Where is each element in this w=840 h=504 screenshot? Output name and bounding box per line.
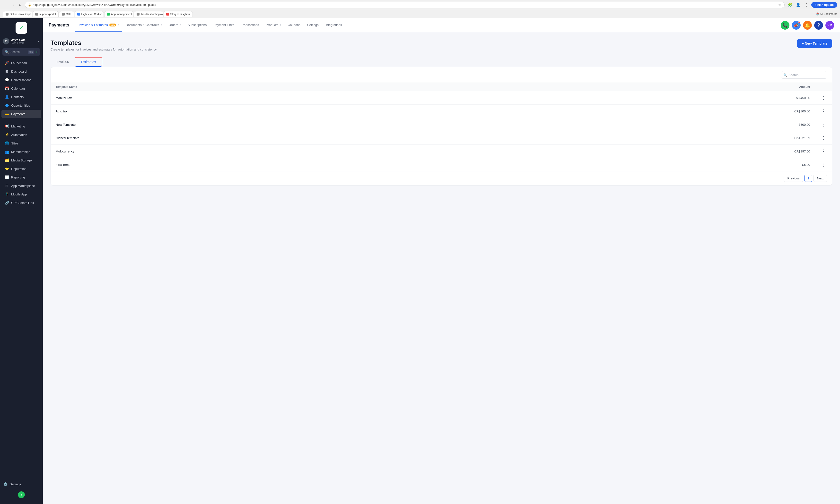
reporting-icon: 📊 bbox=[5, 175, 9, 179]
tab-integrations[interactable]: Integrations bbox=[322, 19, 345, 32]
browser-tab-0[interactable]: Online JavaScript... bbox=[3, 11, 32, 17]
header-nav-tabs: Invoices & Estimates New ▾ Documents & C… bbox=[75, 19, 345, 32]
search-wrap: 🔍 bbox=[781, 71, 827, 79]
sidebar-item-mobile-app[interactable]: 📱 Mobile App bbox=[1, 190, 41, 198]
browser-tab-6[interactable]: Storybook -ghl-ui bbox=[164, 11, 193, 17]
col-header-amount: Amount bbox=[484, 83, 815, 91]
next-button[interactable]: Next bbox=[813, 175, 827, 182]
account-avatar: JC bbox=[3, 38, 9, 44]
browser-tab-4[interactable]: App management... bbox=[104, 11, 134, 17]
sidebar-item-calendars[interactable]: 📅 Calendars bbox=[1, 84, 41, 92]
sidebar-item-memberships-label: Memberships bbox=[11, 150, 30, 154]
tab-products[interactable]: Products ▾ bbox=[262, 19, 284, 32]
extensions-icon[interactable]: 🧩 bbox=[787, 1, 793, 8]
tab-label-3: HighLevel Certific... bbox=[82, 13, 104, 16]
row-kebab-button-5[interactable]: ⋮ bbox=[820, 161, 827, 168]
sidebar-search[interactable]: 🔍 Search ⌘K + bbox=[2, 48, 40, 56]
more-icon[interactable]: ⋮ bbox=[803, 1, 810, 8]
sidebar-item-opportunities[interactable]: 🔷 Opportunities bbox=[1, 101, 41, 109]
row-kebab-button-0[interactable]: ⋮ bbox=[820, 95, 827, 101]
row-actions-5: ⋮ bbox=[815, 158, 832, 172]
search-input[interactable] bbox=[781, 71, 827, 79]
row-kebab-button-2[interactable]: ⋮ bbox=[820, 121, 827, 128]
tab-coupons[interactable]: Coupons bbox=[285, 19, 304, 32]
sidebar-item-app-marketplace[interactable]: ⊞ App Marketplace bbox=[1, 182, 41, 190]
browser-bar: ← → ↻ 🔒 https://app.gohighlevel.com/v2/l… bbox=[0, 0, 840, 10]
sidebar-item-reporting[interactable]: 📊 Reporting bbox=[1, 173, 41, 181]
page-1-button[interactable]: 1 bbox=[804, 175, 812, 182]
browser-tab-2[interactable]: GHL bbox=[59, 11, 74, 17]
sidebar-item-reporting-label: Reporting bbox=[11, 176, 25, 179]
user-avatar[interactable]: VM bbox=[825, 21, 834, 30]
sidebar-item-mobile-app-label: Mobile App bbox=[11, 193, 27, 196]
account-chevron-icon: ▼ bbox=[37, 40, 40, 43]
sidebar-item-payments[interactable]: 💳 Payments bbox=[1, 110, 41, 118]
tab-settings[interactable]: Settings bbox=[304, 19, 322, 32]
template-tab-estimates[interactable]: Estimates bbox=[75, 57, 102, 67]
sidebar-item-contacts[interactable]: 👤 Contacts bbox=[1, 93, 41, 101]
tab-orders-chevron-icon: ▾ bbox=[179, 23, 181, 26]
tab-orders[interactable]: Orders ▾ bbox=[165, 19, 185, 32]
row-kebab-button-1[interactable]: ⋮ bbox=[820, 108, 827, 114]
row-kebab-button-3[interactable]: ⋮ bbox=[820, 135, 827, 141]
sidebar-item-marketing-label: Marketing bbox=[11, 125, 25, 128]
tab-subscriptions[interactable]: Subscriptions bbox=[184, 19, 210, 32]
sidebar-item-media-storage[interactable]: 🗂️ Media Storage bbox=[1, 156, 41, 164]
conversations-icon: 💬 bbox=[5, 78, 9, 82]
row-actions-2: ⋮ bbox=[815, 118, 832, 131]
url-bar[interactable]: 🔒 https://app.gohighlevel.com/v2/locatio… bbox=[25, 2, 785, 8]
memberships-icon: 👥 bbox=[5, 150, 9, 154]
reload-button[interactable]: ↻ bbox=[17, 2, 23, 7]
browser-tab-5[interactable]: Troubleshooting —... bbox=[134, 11, 163, 17]
sidebar-item-dashboard[interactable]: ⊞ Dashboard bbox=[1, 67, 41, 75]
sidebar-item-memberships[interactable]: 👥 Memberships bbox=[1, 148, 41, 156]
sidebar-item-automation[interactable]: ⚡ Automation bbox=[1, 131, 41, 139]
search-label: Search bbox=[11, 50, 26, 54]
sidebar-item-cp-custom-link[interactable]: 🔗 CP Custom Link bbox=[1, 199, 41, 207]
row-kebab-button-4[interactable]: ⋮ bbox=[820, 148, 827, 155]
alert-icon-button[interactable]: 🔔 bbox=[803, 21, 812, 30]
template-tab-invoices[interactable]: Invoices bbox=[51, 57, 75, 67]
tab-invoices-estimates-chevron-icon: ▾ bbox=[118, 23, 119, 26]
app-marketplace-icon: ⊞ bbox=[5, 184, 9, 188]
sidebar-item-reputation[interactable]: ⭐ Reputation bbox=[1, 165, 41, 173]
row-amount-0: $3,450.00 bbox=[484, 91, 815, 105]
sidebar-item-marketing[interactable]: 📢 Marketing bbox=[1, 122, 41, 130]
sidebar-item-conversations[interactable]: 💬 Conversations bbox=[1, 76, 41, 84]
sidebar-collapse-button[interactable]: ‹ bbox=[18, 491, 25, 498]
row-amount-1: CA$800.00 bbox=[484, 105, 815, 118]
templates-table: Template Name Amount Manual Tax $3,450.0… bbox=[51, 83, 832, 171]
content-subtitle: Create templates for invoices and estima… bbox=[51, 48, 156, 51]
help-icon-button[interactable]: ? bbox=[814, 21, 823, 30]
browser-tab-3[interactable]: HighLevel Certific... bbox=[75, 11, 104, 17]
finish-update-button[interactable]: Finish update bbox=[811, 2, 837, 8]
tab-invoices-estimates-label: Invoices & Estimates bbox=[79, 23, 108, 27]
sidebar-settings[interactable]: ⚙️ Settings bbox=[0, 480, 43, 488]
sidebar-item-app-marketplace-label: App Marketplace bbox=[11, 184, 35, 188]
tab-favicon-6 bbox=[166, 13, 169, 16]
template-tab-estimates-label: Estimates bbox=[81, 60, 96, 64]
notification-icon-button[interactable]: 📣 bbox=[792, 21, 801, 30]
account-switcher[interactable]: JC Jay's Cafe Test, Kerala ▼ bbox=[0, 36, 43, 47]
sidebar-logo: ✓ bbox=[0, 18, 43, 36]
new-template-button[interactable]: + New Template bbox=[797, 39, 832, 48]
tab-documents-contracts[interactable]: Documents & Contracts ▾ bbox=[122, 19, 165, 32]
sidebar-item-launchpad[interactable]: 🚀 Launchpad bbox=[1, 59, 41, 67]
tab-label-4: App management... bbox=[111, 13, 134, 16]
tab-invoices-estimates[interactable]: Invoices & Estimates New ▾ bbox=[75, 19, 122, 32]
payments-icon: 💳 bbox=[5, 112, 9, 116]
row-amount-4: CA$897.00 bbox=[484, 145, 815, 158]
mobile-app-icon: 📱 bbox=[5, 192, 9, 196]
forward-button[interactable]: → bbox=[10, 2, 16, 7]
sidebar-item-sites-label: Sites bbox=[11, 142, 18, 145]
profile-icon[interactable]: 👤 bbox=[795, 1, 802, 8]
content-title-group: Templates Create templates for invoices … bbox=[51, 39, 156, 51]
row-name-2: New Template bbox=[51, 118, 484, 131]
sidebar-item-sites[interactable]: 🌐 Sites bbox=[1, 139, 41, 147]
previous-button[interactable]: Previous bbox=[784, 175, 803, 182]
browser-tab-1[interactable]: support-portal bbox=[33, 11, 58, 17]
phone-icon-button[interactable]: 📞 bbox=[781, 21, 789, 30]
tab-transactions[interactable]: Transactions bbox=[238, 19, 262, 32]
back-button[interactable]: ← bbox=[3, 2, 8, 7]
tab-payment-links[interactable]: Payment Links bbox=[210, 19, 238, 32]
